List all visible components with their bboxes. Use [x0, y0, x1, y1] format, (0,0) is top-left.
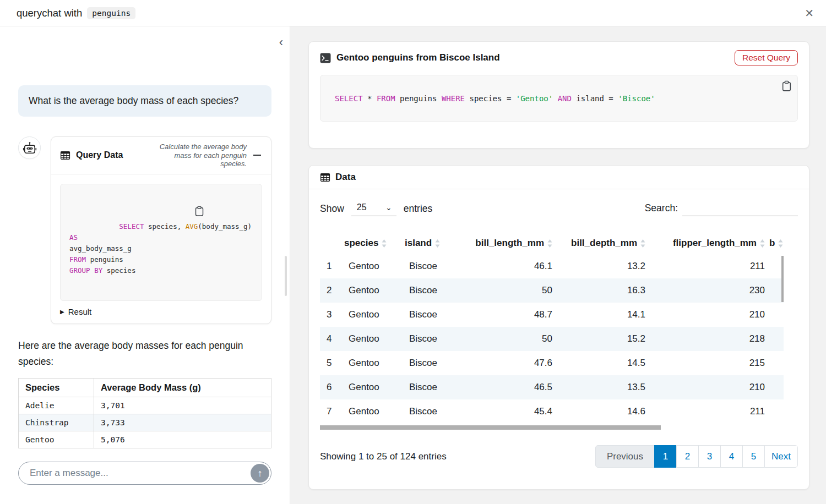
- tool-card-body: SELECT species, AVG(body_mass_g) AS avg_…: [51, 174, 271, 324]
- data-table: speciesislandbill_length_mmbill_depth_mm…: [320, 233, 784, 424]
- data-table-wrapper: speciesislandbill_length_mmbill_depth_mm…: [320, 233, 784, 430]
- table-row: 4GentooBiscoe5015.2218: [320, 327, 784, 351]
- pagination-next[interactable]: Next: [764, 445, 798, 468]
- entries-info: Showing 1 to 25 of 124 entries: [320, 451, 447, 462]
- table-footer: Showing 1 to 25 of 124 entries Previous1…: [320, 445, 798, 468]
- sidebar-scrollbar[interactable]: [285, 256, 287, 296]
- query-card-title: Gentoo penguins from Biscoe Island: [336, 52, 500, 63]
- chat-result-table: SpeciesAverage Body Mass (g) Adelie3,701…: [18, 378, 271, 448]
- column-header-flipper_length_mm[interactable]: flipper_length_mm: [648, 233, 767, 254]
- chat-sql-block: SELECT species, AVG(body_mass_g) AS avg_…: [60, 184, 262, 301]
- data-card: Data Show 25 ⌄ entries Search:: [308, 165, 809, 490]
- app-title: querychat with penguins: [17, 7, 135, 19]
- entries-label: entries: [404, 203, 433, 215]
- dataset-badge: penguins: [87, 7, 135, 19]
- tool-call-card: Query Data Calculate the average body ma…: [51, 136, 271, 324]
- collapse-sidebar-icon[interactable]: ‹: [279, 36, 283, 48]
- table-icon: [320, 172, 330, 183]
- table-icon: [60, 150, 70, 161]
- chat-result-row: Adelie3,701: [19, 397, 271, 414]
- assistant-turn: Query Data Calculate the average body ma…: [18, 136, 271, 324]
- pagination: Previous12345Next: [595, 445, 798, 468]
- main-panel: Gentoo penguins from Biscoe Island Reset…: [290, 26, 826, 504]
- close-icon[interactable]: ✕: [805, 8, 814, 19]
- result-toggle[interactable]: ▶ Result: [60, 307, 91, 316]
- bot-avatar: [18, 136, 41, 159]
- horizontal-scrollbar[interactable]: [320, 425, 661, 430]
- caret-right-icon: ▶: [60, 309, 64, 315]
- search-label: Search:: [645, 202, 678, 214]
- column-header-bill_depth_mm[interactable]: bill_depth_mm: [555, 233, 648, 254]
- sort-icon: [435, 239, 440, 248]
- page-size-select[interactable]: 25 ⌄: [351, 201, 396, 216]
- tool-card-subtitle: Calculate the average body mass for each…: [149, 143, 247, 168]
- column-header-island[interactable]: island: [403, 233, 463, 254]
- user-message: What is the average body mass of each sp…: [18, 85, 271, 117]
- app-title-text: querychat with: [17, 7, 82, 19]
- reset-query-button[interactable]: Reset Query: [735, 50, 798, 65]
- assistant-message: Here are the average body masses for eac…: [18, 338, 271, 370]
- pagination-page-5[interactable]: 5: [742, 445, 765, 468]
- table-row: 5GentooBiscoe47.614.5215: [320, 351, 784, 375]
- column-header-b[interactable]: b: [767, 233, 784, 254]
- tool-card-title-text: Query Data: [76, 150, 123, 160]
- tool-card-title: Query Data: [60, 150, 123, 161]
- copy-icon[interactable]: [781, 80, 792, 92]
- sort-icon: [760, 239, 765, 248]
- table-controls: Show 25 ⌄ entries Search:: [320, 201, 798, 216]
- sort-icon: [547, 239, 552, 248]
- sort-icon: [778, 239, 783, 248]
- table-row: 7GentooBiscoe45.414.6211: [320, 399, 784, 424]
- pagination-previous[interactable]: Previous: [595, 445, 655, 468]
- pagination-page-3[interactable]: 3: [698, 445, 721, 468]
- query-card: Gentoo penguins from Biscoe Island Reset…: [308, 41, 809, 149]
- copy-icon[interactable]: [194, 189, 256, 233]
- data-table-header-row: speciesislandbill_length_mmbill_depth_mm…: [320, 233, 784, 254]
- chat-result-row: Gentoo5,076: [19, 431, 271, 448]
- table-row: 6GentooBiscoe46.513.5210: [320, 375, 784, 399]
- pagination-page-2[interactable]: 2: [676, 445, 699, 468]
- chat-result-row: Chinstrap3,733: [19, 414, 271, 431]
- terminal-icon: [320, 53, 331, 63]
- column-header-species[interactable]: species: [342, 233, 403, 254]
- arrow-up-icon: ↑: [258, 468, 263, 479]
- show-label: Show: [320, 203, 344, 215]
- main-sql-code: SELECT * FROM penguins WHERE species = '…: [335, 94, 655, 103]
- table-row: 1GentooBiscoe46.113.2211: [320, 254, 784, 278]
- app-header: querychat with penguins ✕: [0, 0, 826, 26]
- chat-result-header-row: SpeciesAverage Body Mass (g): [19, 378, 271, 397]
- tool-card-header: Query Data Calculate the average body ma…: [51, 137, 271, 174]
- search-control: Search:: [645, 202, 798, 216]
- chat-input-row: ↑: [18, 462, 271, 485]
- page-length-control: Show 25 ⌄ entries: [320, 201, 432, 216]
- chat-message-input[interactable]: [18, 462, 271, 485]
- pagination-page-1[interactable]: 1: [654, 445, 677, 468]
- column-header-bill_length_mm[interactable]: bill_length_mm: [463, 233, 555, 254]
- search-input[interactable]: [682, 202, 798, 216]
- chat-sidebar: ‹ What is the average body mass of each …: [0, 26, 290, 504]
- robot-icon: [23, 141, 37, 155]
- table-row: 2GentooBiscoe5016.3230: [320, 278, 784, 303]
- table-row: 3GentooBiscoe48.714.1210: [320, 303, 784, 327]
- chat-result-col-header: Average Body Mass (g): [94, 378, 271, 397]
- send-button[interactable]: ↑: [251, 464, 269, 483]
- sort-icon: [640, 239, 645, 248]
- page-size-value: 25: [357, 202, 367, 212]
- main-sql-block: SELECT * FROM penguins WHERE species = '…: [320, 75, 798, 122]
- sort-icon: [382, 239, 387, 248]
- pagination-page-4[interactable]: 4: [720, 445, 743, 468]
- data-card-title: Data: [335, 172, 356, 183]
- vertical-scrollbar[interactable]: [781, 256, 784, 302]
- chevron-down-icon: ⌄: [385, 206, 392, 210]
- result-toggle-label: Result: [68, 307, 92, 316]
- chat-result-col-header: Species: [19, 378, 94, 397]
- column-header-row-number: [320, 233, 342, 254]
- minimize-icon[interactable]: [252, 155, 262, 156]
